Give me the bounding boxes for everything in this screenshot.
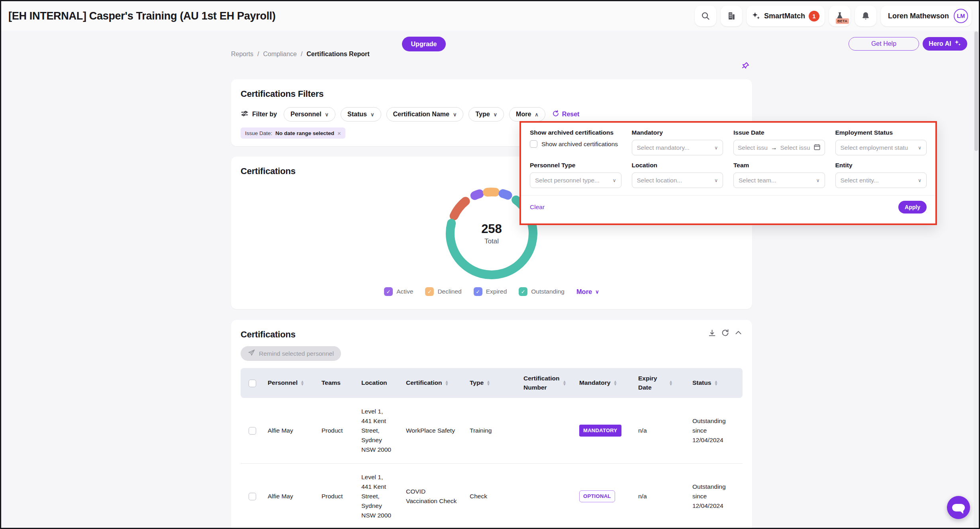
breadcrumb-separator: / — [301, 51, 302, 58]
sort-icon[interactable]: ▲▼ — [613, 380, 617, 385]
row-select-cell — [241, 398, 260, 463]
personnel-type-select[interactable]: Select personnel type...∨ — [530, 172, 621, 188]
mandatory-select[interactable]: Select mandatory...∨ — [632, 140, 723, 155]
column-header-certification[interactable]: Certification▲▼ — [398, 368, 462, 398]
team-select[interactable]: Select team...∨ — [733, 172, 825, 188]
pill-label: Personnel — [290, 111, 321, 118]
organisation-button[interactable] — [721, 6, 742, 26]
breadcrumb-separator: / — [257, 51, 259, 58]
location-select[interactable]: Select location...∨ — [632, 172, 723, 188]
legend-more-label: More — [576, 288, 592, 296]
user-menu[interactable]: Loren Mathewson LM — [881, 6, 972, 26]
filter-pill-type[interactable]: Type∨ — [468, 107, 504, 121]
notifications-button[interactable] — [855, 6, 876, 26]
legend-checkbox-expired[interactable]: ✓ — [474, 287, 482, 296]
chevron-down-icon: ∨ — [325, 112, 329, 118]
breadcrumb-compliance[interactable]: Compliance — [263, 51, 296, 58]
field-entity: Entity Select entity...∨ — [835, 162, 927, 188]
show-archived-checkbox[interactable] — [530, 140, 537, 148]
upgrade-button[interactable]: Upgrade — [402, 37, 446, 51]
select-placeholder: Select team... — [739, 177, 776, 184]
issue-date-from-input[interactable]: Select issu — [738, 144, 768, 151]
filter-pill-status[interactable]: Status∨ — [341, 107, 381, 121]
column-label: Location — [361, 378, 387, 387]
sparkle-icon — [752, 12, 760, 20]
chevron-down-icon: ∨ — [816, 178, 820, 183]
table-row: Alfie May Product Level 1, 441 Kent Stre… — [241, 464, 743, 529]
cell-mandatory: OPTIONAL — [571, 464, 630, 529]
cell-status: Outstanding since 12/04/2024 — [684, 464, 743, 529]
sort-icon[interactable]: ▲▼ — [669, 380, 673, 385]
building-icon — [727, 11, 736, 21]
legend-checkbox-declined[interactable]: ✓ — [425, 287, 434, 296]
chevron-down-icon: ∨ — [613, 178, 616, 183]
issue-date-range-input[interactable]: Select issu → Select issu — [733, 140, 825, 155]
select-placeholder: Select mandatory... — [637, 144, 690, 151]
sort-icon[interactable]: ▲▼ — [714, 380, 718, 385]
scrollbar-thumb[interactable] — [974, 31, 978, 151]
chevron-down-icon: ∨ — [595, 289, 599, 295]
cell-certification: COVID Vaccination Check — [398, 464, 462, 529]
sort-icon[interactable]: ▲▼ — [300, 380, 304, 385]
column-header-type[interactable]: Type▲▼ — [462, 368, 515, 398]
chat-widget-button[interactable] — [947, 496, 970, 519]
clear-filters-link[interactable]: Clear — [530, 204, 545, 211]
entity-select[interactable]: Select entity...∨ — [835, 172, 927, 188]
download-icon[interactable] — [708, 329, 716, 337]
breadcrumb-reports[interactable]: Reports — [231, 51, 253, 58]
row-select-cell — [241, 464, 260, 529]
filter-pill-more[interactable]: More∧ — [509, 107, 545, 121]
legend-checkbox-active[interactable]: ✓ — [384, 287, 393, 296]
sort-icon[interactable]: ▲▼ — [563, 380, 566, 385]
legend-more-link[interactable]: More ∨ — [576, 288, 599, 296]
reset-filters-link[interactable]: Reset — [552, 110, 580, 119]
chip-close-icon[interactable]: × — [337, 130, 341, 137]
legend-item-declined: ✓ Declined — [425, 287, 461, 296]
row-checkbox[interactable] — [249, 493, 256, 500]
employment-status-select[interactable]: Select employment statu∨ — [835, 140, 927, 155]
column-header-status[interactable]: Status▲▼ — [684, 368, 743, 398]
field-label: Employment Status — [835, 129, 927, 136]
reset-label: Reset — [562, 111, 580, 118]
smartmatch-button[interactable]: SmartMatch 1 — [747, 6, 825, 26]
column-header-expiry-date[interactable]: Expiry Date▲▼ — [630, 368, 684, 398]
column-header-certification-number[interactable]: Certification Number▲▼ — [515, 368, 571, 398]
apply-filters-button[interactable]: Apply — [898, 201, 927, 214]
calendar-icon — [813, 143, 821, 152]
row-checkbox[interactable] — [249, 427, 256, 435]
issue-date-to-input[interactable]: Select issu — [780, 144, 810, 151]
get-help-button[interactable]: Get Help — [849, 37, 919, 51]
chip-value: No date range selected — [275, 130, 334, 136]
more-filters-panel: Show archived certifications Show archiv… — [519, 121, 937, 225]
refresh-icon[interactable] — [721, 329, 729, 337]
search-button[interactable] — [695, 6, 716, 26]
column-header-location: Location — [353, 368, 398, 398]
hero-ai-button[interactable]: Hero AI — [923, 37, 967, 51]
header-select-all — [241, 368, 260, 398]
cell-type: Check — [462, 464, 515, 529]
cell-certification-number — [515, 398, 571, 463]
filter-pill-personnel[interactable]: Personnel∨ — [284, 107, 335, 121]
chevron-down-icon: ∨ — [453, 112, 457, 118]
column-header-personnel[interactable]: Personnel▲▼ — [260, 368, 314, 398]
cell-certification-number — [515, 464, 571, 529]
cell-status: Outstanding since 12/04/2024 — [684, 398, 743, 463]
pill-label: More — [516, 111, 531, 118]
column-label: Expiry Date — [638, 374, 659, 392]
collapse-icon[interactable] — [734, 329, 743, 337]
table-card-title: Certifications — [241, 329, 743, 340]
filter-pill-certification-name[interactable]: Certification Name∨ — [386, 107, 464, 121]
legend-checkbox-outstanding[interactable]: ✓ — [519, 287, 527, 296]
select-all-checkbox[interactable] — [249, 380, 256, 387]
remind-selected-personnel-button[interactable]: Remind selected personnel — [241, 346, 341, 361]
sort-icon[interactable]: ▲▼ — [445, 380, 449, 385]
column-header-mandatory[interactable]: Mandatory▲▼ — [571, 368, 630, 398]
paper-plane-icon — [248, 349, 255, 358]
pin-icon[interactable] — [741, 61, 750, 72]
sort-icon[interactable]: ▲▼ — [486, 380, 490, 385]
field-team: Team Select team...∨ — [733, 162, 825, 188]
cell-type: Training — [462, 398, 515, 463]
labs-button[interactable]: BETA — [829, 6, 851, 26]
filters-card-title: Certifications Filters — [241, 89, 743, 99]
select-placeholder: Select location... — [637, 177, 682, 184]
